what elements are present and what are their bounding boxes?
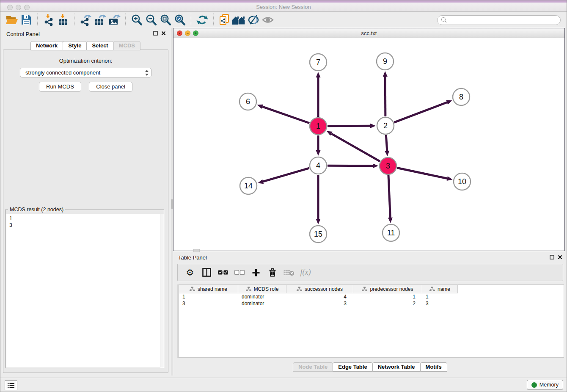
tab-mcds[interactable]: MCDS: [113, 41, 140, 50]
task-history-button[interactable]: [5, 380, 17, 390]
copy-network-icon[interactable]: [217, 14, 232, 26]
network-canvas[interactable]: 7968124314101511: [173, 38, 564, 251]
edge-2-9[interactable]: [385, 77, 385, 116]
import-network-icon[interactable]: [41, 14, 56, 26]
table-toolbar: ⚙: [177, 264, 563, 281]
graph-node-label-3: 3: [386, 162, 390, 170]
attribute-icon: [362, 287, 367, 292]
show-panel-icon[interactable]: [261, 14, 275, 26]
delete-table-icon: [284, 267, 295, 279]
mcds-result-scrollbar[interactable]: [160, 214, 164, 368]
export-table-icon[interactable]: [93, 14, 107, 26]
edge-arrowhead: [385, 151, 389, 156]
float-table-panel-icon[interactable]: [550, 255, 554, 259]
toolbar-separator: [191, 14, 191, 26]
tab-network[interactable]: Network: [30, 41, 63, 50]
network-window-titlebar[interactable]: × − + scc.txt: [173, 28, 564, 38]
home-icon[interactable]: [232, 14, 246, 26]
edge-1-6[interactable]: [262, 107, 309, 123]
cell-shared-name: 3: [179, 300, 238, 307]
toolbar-separator: [37, 14, 38, 26]
tab-node-table[interactable]: Node Table: [293, 362, 333, 372]
tab-select[interactable]: Select: [86, 41, 113, 50]
attribute-icon: [297, 287, 302, 292]
edge-arrowhead: [388, 218, 393, 223]
run-mcds-button[interactable]: Run MCDS: [39, 82, 81, 92]
column-label: name: [438, 286, 450, 292]
graph-node-label-2: 2: [383, 121, 388, 130]
graph-node-label-1: 1: [316, 122, 320, 130]
open-session-icon[interactable]: [5, 14, 19, 26]
control-panel-tabs: NetworkStyleSelectMCDS: [0, 41, 171, 50]
toolbar-separator: [213, 14, 214, 26]
zoom-in-icon[interactable]: [129, 14, 144, 26]
show-columns-icon[interactable]: [201, 267, 212, 279]
column-header-mcds-role[interactable]: MCDS role: [238, 285, 286, 293]
column-header-name[interactable]: name: [422, 285, 458, 293]
export-network-icon[interactable]: [78, 14, 93, 26]
table-row[interactable]: 1dominator411: [179, 293, 564, 300]
column-header-predecessor-nodes[interactable]: predecessor nodes: [353, 285, 422, 293]
optimization-criterion-select[interactable]: strongly connected component: [20, 68, 151, 77]
table-row[interactable]: 3dominator323: [179, 300, 564, 307]
memory-button[interactable]: Memory: [527, 380, 563, 390]
control-panel-title: Control Panel: [6, 31, 40, 37]
save-session-icon[interactable]: [19, 14, 33, 26]
edge-arrowhead: [446, 100, 452, 105]
tab-network-table[interactable]: Network Table: [372, 362, 421, 372]
edge-4-14[interactable]: [263, 168, 309, 182]
cell-predecessor-nodes: 2: [353, 300, 422, 307]
table-panel-title: Table Panel: [178, 254, 207, 261]
edge-2-3[interactable]: [386, 135, 387, 151]
app-title: Session: New Session: [0, 4, 567, 10]
tab-edge-table[interactable]: Edge Table: [333, 362, 372, 372]
edge-3-11[interactable]: [388, 175, 390, 218]
cell-successor-nodes: 4: [286, 293, 353, 300]
column-header-successor-nodes[interactable]: successor nodes: [286, 285, 353, 293]
column-header-shared-name[interactable]: shared name: [179, 285, 238, 293]
edge-3-1[interactable]: [331, 134, 380, 161]
zoom-selected-icon[interactable]: [173, 14, 187, 26]
search-box[interactable]: [437, 15, 561, 25]
zoom-out-icon[interactable]: [144, 14, 158, 26]
tab-motifs[interactable]: Motifs: [420, 362, 447, 372]
control-panel: Control Panel NetworkStyleSelectMCDS Opt…: [0, 28, 171, 375]
refresh-layout-icon[interactable]: [195, 14, 209, 26]
edge-2-8[interactable]: [394, 102, 447, 122]
edge-arrowhead: [373, 163, 378, 168]
edge-4-3[interactable]: [328, 166, 373, 166]
close-panel-icon[interactable]: [161, 31, 166, 36]
add-column-icon[interactable]: [250, 267, 261, 279]
close-panel-button[interactable]: Close panel: [89, 82, 132, 92]
cell-predecessor-nodes: 1: [353, 293, 422, 300]
column-label: shared name: [198, 286, 227, 292]
edge-3-10[interactable]: [397, 168, 447, 179]
mcds-result-list[interactable]: 13: [6, 214, 163, 367]
close-table-panel-icon[interactable]: [558, 255, 562, 259]
delete-column-trash-icon[interactable]: [267, 267, 278, 279]
graph-node-label-6: 6: [246, 97, 250, 106]
graph-node-label-9: 9: [383, 57, 387, 66]
graph-node-label-14: 14: [244, 182, 253, 190]
node-table-body: 1dominator4113dominator323: [179, 293, 564, 307]
float-panel-icon[interactable]: [153, 31, 158, 36]
deselect-all-icon[interactable]: [234, 267, 245, 279]
divider-grip[interactable]: [171, 199, 173, 209]
zoom-fit-icon[interactable]: [158, 14, 173, 26]
edge-arrowhead: [316, 219, 321, 224]
mcds-result-groupbox: MCDS result (2 nodes) 13: [5, 210, 164, 368]
tab-style[interactable]: Style: [63, 41, 87, 50]
chevron-up-down-icon: [144, 69, 149, 76]
network-window-title: scc.txt: [173, 30, 564, 36]
export-image-icon[interactable]: [107, 14, 121, 26]
hide-panels-icon[interactable]: [246, 14, 261, 26]
list-icon: [7, 382, 15, 389]
node-table: shared nameMCDS rolesuccessor nodesprede…: [177, 284, 564, 358]
edge-1-2[interactable]: [328, 126, 370, 126]
table-settings-gear-icon[interactable]: ⚙: [184, 267, 195, 279]
import-table-icon[interactable]: [56, 14, 70, 26]
column-label: predecessor nodes: [370, 286, 413, 292]
search-input[interactable]: [449, 17, 557, 23]
select-all-icon[interactable]: [217, 267, 228, 279]
cell-mcds-role: dominator: [238, 300, 286, 307]
